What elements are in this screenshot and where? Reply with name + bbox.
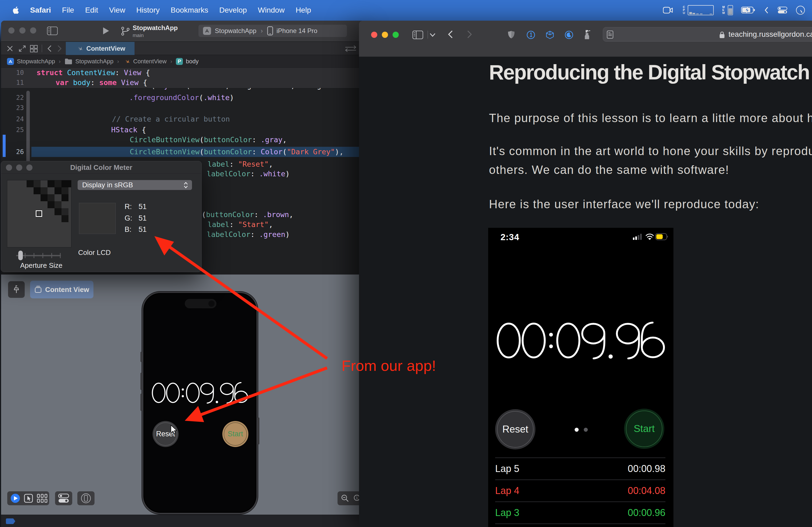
tabbar-divider [42, 45, 42, 52]
device-settings-button[interactable] [55, 491, 72, 505]
code-line-25[interactable]: 25HStack { [1, 125, 364, 135]
zoom-out-icon[interactable] [341, 494, 349, 502]
breakpoint-tag[interactable] [6, 518, 15, 524]
menu-edit[interactable]: Edit [85, 6, 98, 15]
sidebar-toggle-icon[interactable] [412, 31, 423, 39]
b-label: B: [125, 225, 132, 234]
dynamic-island [185, 299, 216, 308]
sidebar-toggle-icon[interactable] [47, 27, 58, 35]
video-camera-icon[interactable] [663, 7, 673, 14]
menu-view[interactable]: View [109, 6, 125, 15]
close-button[interactable] [8, 27, 14, 33]
aperture-slider-knob[interactable] [18, 251, 23, 260]
page-title: Reproducing the Digital Stopwatch [489, 60, 809, 84]
forward-icon[interactable] [57, 45, 62, 52]
minimize-button[interactable] [382, 32, 388, 38]
run-button[interactable] [103, 27, 110, 35]
scheme-name[interactable]: StopwatchApp [215, 27, 257, 35]
dark-mode-extension-icon[interactable] [565, 31, 573, 39]
jumpbar-symbol[interactable]: body [186, 58, 199, 65]
privacy-shield-icon[interactable] [508, 30, 515, 39]
swap-editors-icon[interactable] [344, 45, 357, 52]
content-view-preview-button[interactable]: Content View [30, 281, 93, 298]
url-text[interactable]: teaching.russellgordon.ca [728, 30, 812, 39]
code-line-26[interactable]: 26CircleButtonView(buttonColor: Color("D… [1, 147, 364, 157]
preview-start-button[interactable]: Start [222, 421, 248, 447]
pin-preview-button[interactable] [8, 281, 25, 298]
apple-menu-icon[interactable] [12, 6, 19, 15]
reader-icon[interactable] [607, 31, 613, 39]
close-button[interactable] [6, 165, 12, 171]
variants-mode-button[interactable] [37, 494, 47, 503]
aperture-slider-track[interactable] [16, 255, 61, 256]
code-line-10[interactable]: 10struct ContentView: View { [1, 67, 364, 78]
close-button[interactable] [371, 32, 377, 38]
jumpbar-group[interactable]: StopwatchApp [75, 58, 114, 65]
selectable-mode-button[interactable] [24, 494, 33, 503]
jumpbar-file[interactable]: ContentView [133, 58, 166, 65]
onepassword-extension-icon[interactable] [526, 31, 535, 39]
run-destination[interactable]: iPhone 14 Pro [277, 27, 317, 35]
page-paragraph-3: Here is the user interface we'll reprodu… [489, 195, 759, 214]
dropdown-value: Display in sRGB [82, 181, 133, 189]
menu-file[interactable]: File [62, 6, 74, 15]
live-preview-button[interactable] [11, 494, 20, 503]
stopwatch-reset-button[interactable]: Reset [495, 409, 535, 450]
code-line-23[interactable]: 23 [1, 103, 364, 113]
xcode-tab-bar: ContentView [1, 42, 364, 55]
cleaner-extension-icon[interactable] [583, 30, 591, 40]
zoom-button[interactable] [393, 32, 399, 38]
mem-bar-widget[interactable] [728, 5, 733, 15]
scheme-selector[interactable]: StopwatchApp › iPhone 14 Pro [199, 25, 347, 37]
back-icon[interactable] [47, 45, 52, 52]
tab-contentview[interactable]: ContentView [66, 42, 134, 55]
xcode-toolbar: StopwatchApp main StopwatchApp › iPhone … [1, 21, 364, 42]
toolbar-divider [427, 31, 428, 39]
stopwatch-start-button[interactable]: Start [624, 409, 664, 449]
rgb-row-red: R:51 [125, 202, 132, 211]
annotation-label: From our app! [342, 357, 436, 374]
color-space-dropdown[interactable]: Display in sRGB [77, 180, 192, 190]
code-line[interactable]: CircleButtonView(buttonColor: .gray, [1, 135, 364, 145]
menu-history[interactable]: History [136, 6, 160, 15]
gauge-icon[interactable] [796, 6, 805, 15]
display-name-label: Color LCD [78, 249, 111, 257]
slider-tick [51, 253, 52, 258]
phone-volume-down [141, 394, 142, 411]
front-camera [208, 301, 215, 307]
forward-button[interactable] [467, 30, 472, 39]
zoom-button[interactable] [30, 27, 36, 33]
editor-layout-icon[interactable] [30, 45, 39, 52]
chevron-down-icon[interactable] [430, 33, 436, 37]
address-bar[interactable]: teaching.russellgordon.ca [603, 27, 812, 42]
battery-charging-icon[interactable] [741, 7, 755, 13]
menu-safari[interactable]: Safari [30, 6, 51, 15]
code-line-24[interactable]: 24// Create a circular button [1, 114, 364, 124]
lap-separator [495, 524, 665, 524]
timer-digit [616, 322, 640, 359]
minimize-button[interactable] [19, 27, 26, 33]
preview-device-button[interactable] [77, 491, 95, 505]
code-line-22[interactable]: 22.foregroundColor(.white) [1, 93, 364, 103]
zoom-button[interactable] [26, 165, 32, 171]
menu-help[interactable]: Help [296, 6, 311, 15]
jumpbar-project[interactable]: StopwatchApp [17, 58, 55, 65]
close-editor-icon[interactable] [7, 45, 13, 52]
cpu-graph-widget[interactable] [688, 5, 714, 15]
menu-develop[interactable]: Develop [219, 6, 247, 15]
menu-bookmarks[interactable]: Bookmarks [171, 6, 208, 15]
control-center-icon[interactable] [778, 7, 787, 14]
cube-extension-icon[interactable] [546, 31, 554, 39]
lap-name: Lap 4 [495, 485, 519, 496]
code-line[interactable]: .font(.system(size: 64, weight: .thin, d… [1, 88, 364, 91]
timer-digit [214, 382, 220, 404]
back-button[interactable] [448, 30, 453, 39]
chevron-left-icon[interactable] [764, 7, 768, 14]
minimize-button[interactable] [16, 165, 22, 171]
aperture-indicator [36, 210, 42, 217]
page-paragraph-2-line2: others. We can do the same with software… [489, 163, 729, 176]
menu-window[interactable]: Window [258, 6, 285, 15]
cpu-widget-label: CPU [683, 6, 686, 15]
code-line-11[interactable]: 11var body: some View { [1, 77, 364, 88]
expand-editor-icon[interactable] [18, 45, 26, 52]
